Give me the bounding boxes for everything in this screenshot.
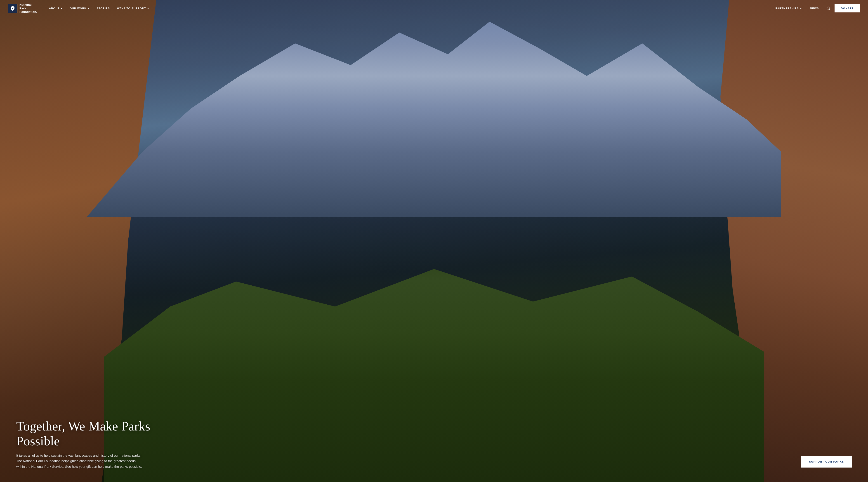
hero-text-block: Together, We Make Parks Possible It take… — [16, 419, 156, 469]
donate-button[interactable]: DONATE — [835, 4, 860, 13]
nav-right: PARTNERSHIPS NEWS DONATE — [772, 4, 860, 13]
chevron-down-icon — [800, 8, 802, 9]
nav-about[interactable]: ABOUT — [46, 5, 66, 11]
logo-link[interactable]: National Park Foundation. — [8, 3, 37, 13]
hero-subtext: It takes all of us to help sustain the v… — [16, 453, 143, 469]
nav-our-work[interactable]: OUR WORK — [66, 5, 93, 11]
nav-ways-to-support[interactable]: WAYS TO SUPPORT — [114, 5, 152, 11]
nav-partnerships[interactable]: PARTNERSHIPS — [772, 5, 805, 11]
hero-headline: Together, We Make Parks Possible — [16, 419, 156, 449]
chevron-down-icon — [88, 8, 89, 9]
logo-shield — [8, 4, 18, 13]
svg-line-1 — [829, 9, 830, 10]
hero-section: Together, We Make Parks Possible It take… — [0, 0, 868, 482]
search-icon — [826, 6, 831, 11]
shield-icon — [10, 6, 15, 11]
nav-news[interactable]: NEWS — [807, 5, 822, 11]
main-nav: ABOUT OUR WORK STORIES WAYS TO SUPPORT — [46, 5, 772, 11]
chevron-down-icon — [61, 8, 62, 9]
nav-stories[interactable]: STORIES — [93, 5, 113, 11]
site-header: National Park Foundation. ABOUT OUR WORK… — [0, 0, 868, 17]
support-our-parks-button[interactable]: SUPPORT OUR PARKS — [801, 456, 852, 468]
svg-point-0 — [827, 7, 829, 9]
hero-content: Together, We Make Parks Possible It take… — [0, 419, 868, 482]
search-button[interactable] — [824, 5, 833, 12]
logo-text: National Park Foundation. — [20, 3, 37, 13]
chevron-down-icon — [147, 8, 149, 9]
